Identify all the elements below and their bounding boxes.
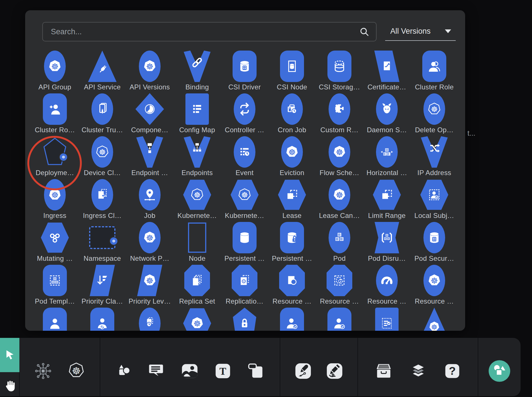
library-item-label: Persistent … [272,254,312,262]
ingress-cl-item[interactable]: Ingress Cl… [79,179,126,222]
gauge-icon [373,264,401,296]
svg-text:☸: ☸ [99,148,106,157]
daemon-s-item[interactable]: Daemon S… [363,93,411,136]
layers-button[interactable] [410,362,427,380]
resource-item[interactable]: ☸Resource … [411,264,458,307]
library-item-label: Event [236,169,254,177]
delete-op-item[interactable]: ☸Delete Op… [411,93,458,136]
shape-library-button[interactable] [488,360,511,382]
svg-text:T: T [219,366,226,377]
image-tool[interactable] [181,362,199,380]
pod-templ-item[interactable]: Pod Templ… [31,264,79,307]
kubernete-item[interactable]: ☸Kubernete… [221,179,268,222]
device-cl-item[interactable]: ☸Device Cl… [79,136,126,179]
library-item-label: Deployme… [36,169,74,177]
event-item[interactable]: Event [221,136,268,179]
library-item[interactable] [316,307,363,331]
cluster-ro-item[interactable]: Cluster Ro… [31,93,79,136]
cluster-tru-item[interactable]: Cluster Tru… [79,93,126,136]
docCopies-icon [183,264,211,296]
csi-driver-item[interactable]: CSI Driver [221,50,268,93]
note-icon [247,362,264,380]
priority-cla-item[interactable]: Priority Cla… [79,264,126,307]
pod-item[interactable]: Pod [316,222,363,264]
certificate-item[interactable]: Certificate… [363,50,411,93]
network-p-item[interactable]: ☸Network P… [126,222,173,264]
comment-tool[interactable] [148,362,165,380]
eviction-item[interactable]: ☸Eviction [268,136,316,179]
containersArrows-icon [373,136,401,168]
binding-item[interactable]: Binding [173,50,221,93]
resource-item[interactable]: Resource … [268,264,316,307]
lease-item[interactable]: Lease [268,179,316,222]
kubernetes-library-tool[interactable]: ☸ [67,362,86,380]
pen-connector-tool[interactable] [294,362,312,380]
config-map-item[interactable]: Config Map [173,93,221,136]
text-tool[interactable]: T [214,362,231,380]
endpoint-item[interactable]: Endpoint … [126,136,173,179]
library-item[interactable] [31,307,79,331]
cron-job-item[interactable]: Cron Job [268,93,316,136]
svg-text:☸: ☸ [51,190,59,200]
deployme-item[interactable]: ☸Deployme… [31,136,79,179]
cylLock-icon [278,222,306,254]
library-item[interactable] [79,307,126,331]
mutating-item[interactable]: Mutating … [31,222,79,264]
node-item[interactable]: Node [173,222,221,264]
kubernete-item[interactable]: ☸Kubernete… [173,179,221,222]
horizontal-item[interactable]: Horizontal … [363,136,411,179]
library-item[interactable] [268,307,316,331]
flow-sche-item[interactable]: ☸Flow Sche… [316,136,363,179]
library-item[interactable] [363,307,411,331]
select-tool[interactable] [0,338,19,372]
persistent-item[interactable]: Persistent … [221,222,268,264]
help-button[interactable]: ? [444,362,461,380]
api-group-item[interactable]: ☸API Group [31,50,79,93]
text-icon: T [214,362,231,380]
ip-address-item[interactable]: IP Address [411,136,458,179]
lease-can-item[interactable]: ☸Lease Can… [316,179,363,222]
svg-text:☸: ☸ [336,190,343,200]
priority-lev-item[interactable]: ☸Priority Lev… [126,264,173,307]
boxesArrow-icon [135,136,164,168]
limit-range-item[interactable]: Limit Range [363,179,411,222]
cluster-role-item[interactable]: Cluster Role [411,50,458,93]
compone-item[interactable]: Compone… [126,93,173,136]
library-item[interactable]: ☸ [411,307,458,331]
namespace-item[interactable]: ☸Namespace [79,222,126,264]
shapes-tool[interactable] [116,363,133,379]
library-item-label: Kubernete… [225,212,264,220]
api-versions-item[interactable]: ☸API Versions [126,50,173,93]
pod-secur-item[interactable]: Pod Secur… [411,222,458,264]
local-subj-item[interactable]: Local Subj… [411,179,458,222]
pencil-icon [326,362,343,380]
pod-disru-item[interactable]: Pod Disru… [363,222,411,264]
library-item[interactable]: ☸ [173,307,221,331]
ingress-item[interactable]: ☸Ingress [31,179,79,222]
note-tool[interactable] [247,362,264,380]
diagram-tool[interactable] [34,362,53,380]
docCircle-icon [278,264,306,296]
custom-r-item[interactable]: Custom R… [316,93,363,136]
library-item[interactable] [221,307,268,331]
resource-item[interactable]: Resource … [316,264,363,307]
persistent-item[interactable]: Persistent … [268,222,316,264]
hand-tool[interactable] [3,379,17,394]
job-item[interactable]: Job [126,179,173,222]
library-item[interactable] [126,307,173,331]
csi-node-item[interactable]: CSI Node [268,50,316,93]
pencil-tool[interactable] [326,362,343,380]
search-input[interactable] [43,27,359,36]
api-service-item[interactable]: API Service [79,50,126,93]
version-filter-dropdown[interactable]: All Versions [385,22,456,41]
archive-button[interactable] [375,362,393,380]
endpoints-item[interactable]: Endpoints [173,136,221,179]
squareDash-icon [373,179,401,211]
controller-item[interactable]: Controller … [221,93,268,136]
csi-storag-item[interactable]: CSI Storag… [316,50,363,93]
listClock-icon [230,136,259,168]
replicatio-item[interactable]: ⚙Replicatio… [221,264,268,307]
resource-item[interactable]: Resource … [363,264,411,307]
replica-set-item[interactable]: Replica Set [173,264,221,307]
library-item-label: IP Address [417,169,451,177]
